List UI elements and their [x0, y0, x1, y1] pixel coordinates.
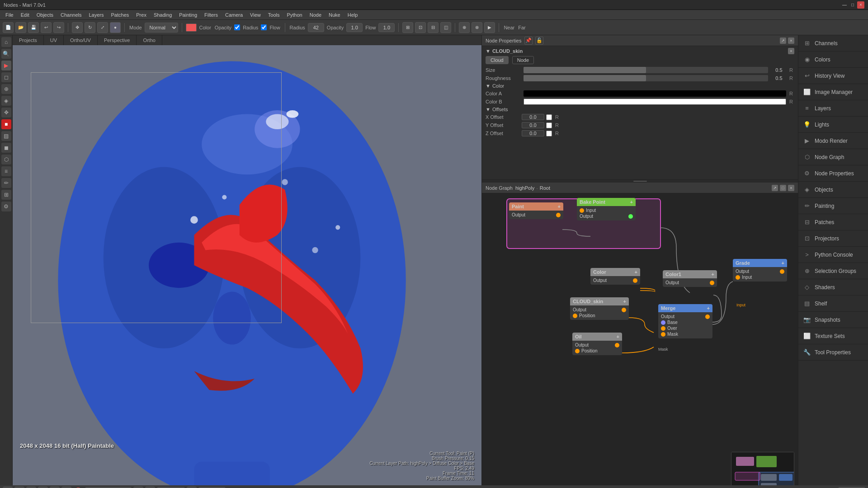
node-color-add[interactable]: +	[635, 269, 637, 275]
rs-shaders[interactable]: ◇ Shaders	[798, 279, 868, 296]
rs-image-manager[interactable]: ⬜ Image Manager	[798, 84, 868, 100]
maximize-button[interactable]: □	[849, 1, 856, 9]
node-cloudskin[interactable]: CLOUD_skin + Output Position	[570, 297, 629, 320]
rs-patches[interactable]: ⊟ Patches	[798, 214, 868, 230]
new-button[interactable]: 📄	[3, 22, 14, 33]
transform-button[interactable]: ✥	[72, 22, 83, 33]
opacity-check[interactable]	[234, 24, 240, 30]
roughness-slider[interactable]	[524, 75, 768, 81]
paint-tool-btn[interactable]: ✏	[145, 487, 155, 488]
cloud-skin-close[interactable]: ×	[788, 48, 794, 54]
node-paint-output-port[interactable]	[556, 213, 561, 217]
menu-file[interactable]: File	[2, 11, 17, 19]
size-slider[interactable]	[524, 67, 768, 73]
node-merge-add[interactable]: +	[707, 305, 710, 311]
tab-ortho[interactable]: Ortho	[137, 35, 162, 45]
node-graph-canvas[interactable]: Base Over Mask Input Paint + Output	[482, 193, 798, 485]
node-grade-output-port[interactable]	[780, 269, 784, 274]
menu-patches[interactable]: Patches	[108, 11, 133, 19]
node-grade-input-port[interactable]	[736, 275, 740, 280]
sidebar-more[interactable]: ⊞	[1, 190, 11, 200]
close-button[interactable]: ×	[857, 1, 864, 9]
render-btn1[interactable]: ⊕	[459, 22, 470, 33]
rs-painting[interactable]: ✏ Painting	[798, 198, 868, 214]
node-bakepoint[interactable]: Bake Point + Input Output	[577, 198, 636, 221]
node-graph-float[interactable]: ↗	[772, 185, 778, 191]
roughness-value[interactable]: 0.5	[770, 75, 788, 81]
menu-python[interactable]: Python	[283, 11, 306, 19]
color-a-reset[interactable]: R	[788, 91, 794, 96]
menu-filters[interactable]: Filters	[201, 11, 222, 19]
tab-perspective[interactable]: Perspective	[98, 35, 137, 45]
sidebar-paint[interactable]: ▶	[1, 61, 11, 70]
mode-select[interactable]: Normal Additive Multiply	[145, 23, 178, 33]
y-offset-check[interactable]	[546, 122, 552, 128]
bt-settings[interactable]: ⊟	[61, 487, 71, 488]
node-props-close[interactable]: ×	[788, 38, 794, 44]
bc-root[interactable]: Root	[540, 185, 550, 191]
cloud-tab-cloud[interactable]: Cloud	[486, 56, 509, 64]
prev-frame[interactable]: ◁	[187, 487, 197, 488]
node-oil-add[interactable]: +	[617, 334, 619, 339]
play-button[interactable]: ▶	[484, 22, 495, 33]
size-value[interactable]: 0.5	[770, 67, 788, 73]
rs-selection-groups[interactable]: ⊕ Selection Groups	[798, 263, 868, 279]
rs-snapshots[interactable]: 📷 Snapshots	[798, 312, 868, 328]
z-offset-reset[interactable]: R	[554, 131, 560, 136]
color-b-reset[interactable]: R	[788, 99, 794, 104]
sidebar-clone[interactable]: ⊕	[1, 84, 11, 94]
tab-uv[interactable]: UV	[44, 35, 64, 45]
node-color1-output-port[interactable]	[710, 281, 714, 285]
extra-btn2[interactable]: ⊡	[415, 22, 426, 33]
bt-gear[interactable]: ⚙	[38, 487, 48, 488]
node-bakepoint-add[interactable]: +	[630, 199, 633, 205]
sidebar-layer[interactable]: ≡	[1, 166, 11, 176]
node-merge-base-port[interactable]	[661, 320, 665, 325]
menu-node[interactable]: Node	[306, 11, 325, 19]
menu-channels[interactable]: Channels	[57, 11, 85, 19]
x-offset-check[interactable]	[546, 114, 552, 120]
node-bakepoint-output-port[interactable]	[628, 214, 633, 219]
node-graph-close[interactable]: ×	[788, 185, 794, 191]
node-props-pin[interactable]: 📌	[524, 37, 533, 45]
menu-view[interactable]: View	[246, 11, 264, 19]
paint-mode-button[interactable]: ●	[110, 22, 121, 33]
node-oil[interactable]: Oil + Output Position	[572, 333, 622, 355]
node-color-output-port[interactable]	[633, 278, 637, 283]
bt-sphere[interactable]: ◎	[50, 487, 60, 488]
rs-colors[interactable]: ◉ Colors	[798, 52, 868, 68]
node-paint-add[interactable]: +	[558, 204, 561, 209]
node-merge-mask-port[interactable]	[661, 332, 665, 337]
viewport[interactable]: 2048 x 2048 16 bit (Half) Paintable Curr…	[13, 45, 481, 485]
rs-texture-sets[interactable]: ⬜ Texture Sets	[798, 328, 868, 344]
node-grade[interactable]: Grade + Output Input	[733, 259, 787, 282]
offsets-header[interactable]: ▼ Offsets	[486, 107, 794, 112]
sidebar-gradient[interactable]: ▨	[1, 131, 11, 141]
menu-objects[interactable]: Objects	[33, 11, 57, 19]
rs-layers[interactable]: ≡ Layers	[798, 100, 868, 117]
y-offset-value[interactable]: 0.0	[522, 122, 544, 128]
rs-lights[interactable]: 💡 Lights	[798, 117, 868, 133]
rs-shelf[interactable]: ▤ Shelf	[798, 296, 868, 312]
tab-projects[interactable]: Projects	[13, 35, 44, 45]
node-grade-add[interactable]: +	[782, 260, 784, 266]
rs-history-view[interactable]: ↩ History View	[798, 68, 868, 84]
scale-button[interactable]: ⤢	[97, 22, 108, 33]
flow-value[interactable]: 1.0	[378, 23, 395, 32]
node-paint[interactable]: Paint + Output	[509, 202, 563, 219]
bt-select[interactable]: ⊕	[14, 487, 24, 488]
color-swatch[interactable]	[186, 23, 197, 32]
minimize-button[interactable]: —	[841, 1, 848, 9]
menu-tools[interactable]: Tools	[264, 11, 283, 19]
extra-btn4[interactable]: ◫	[440, 22, 451, 33]
menu-painting[interactable]: Painting	[175, 11, 201, 19]
node-merge-output-port[interactable]	[705, 314, 710, 319]
rs-python-console[interactable]: > Python Console	[798, 247, 868, 263]
rs-modo-render[interactable]: ▶ Modo Render	[798, 133, 868, 149]
r-channel[interactable]: R	[133, 487, 143, 488]
y-offset-reset[interactable]: R	[554, 122, 560, 128]
bt-move[interactable]: ✥	[3, 487, 13, 488]
extra-btn1[interactable]: ⊞	[402, 22, 413, 33]
menu-help[interactable]: Help	[344, 11, 362, 19]
opacity-value[interactable]: 1.0	[346, 23, 363, 32]
